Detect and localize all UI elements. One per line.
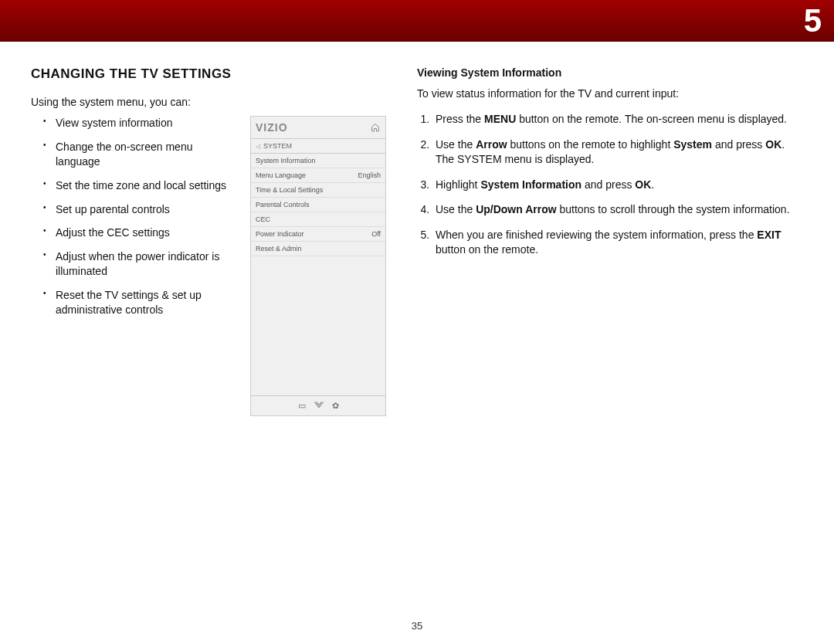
breadcrumb-label: SYSTEM [263, 142, 292, 150]
list-item: View system information [45, 116, 236, 130]
right-column: Viewing System Information To view statu… [417, 66, 803, 416]
step-item: When you are finished reviewing the syst… [432, 228, 803, 257]
subsection-heading: Viewing System Information [417, 66, 803, 79]
left-column: CHANGING THE TV SETTINGS Using the syste… [31, 66, 386, 416]
tv-osd-menu: VIZIO ◁ SYSTEM System Information Menu L… [250, 116, 386, 416]
page-content: CHANGING THE TV SETTINGS Using the syste… [0, 42, 834, 432]
capabilities-list: View system information Change the on-sc… [31, 116, 236, 327]
tv-menu-fill [251, 256, 385, 395]
list-item: Change the on-screen menu language [45, 140, 236, 169]
tv-menu-row: Reset & Admin [251, 242, 385, 256]
list-item: Set up parental controls [45, 202, 236, 217]
tv-menu-header: VIZIO [251, 117, 385, 139]
tv-menu-row: Parental Controls [251, 198, 385, 212]
section-heading: CHANGING THE TV SETTINGS [31, 66, 386, 82]
intro-text: Using the system menu, you can: [31, 96, 386, 108]
chapter-number: 5 [804, 2, 822, 39]
step-item: Use the Up/Down Arrow buttons to scroll … [432, 202, 803, 217]
home-icon [370, 122, 381, 133]
step-item: Highlight System Information and press O… [432, 178, 803, 192]
wide-icon: ▭ [298, 401, 306, 411]
subsection-intro: To view status information for the TV an… [417, 86, 803, 101]
page-number: 35 [412, 620, 422, 632]
chapter-banner: 5 [0, 0, 834, 42]
tv-breadcrumb: ◁ SYSTEM [251, 139, 385, 154]
gear-icon: ✿ [332, 401, 339, 411]
tv-menu-row: Power IndicatorOff [251, 227, 385, 242]
vizio-logo: VIZIO [256, 121, 288, 134]
v-icon [314, 401, 324, 411]
back-icon: ◁ [256, 143, 260, 150]
tv-menu-row: System Information [251, 154, 385, 168]
list-item: Adjust when the power indicator is illum… [45, 249, 236, 279]
tv-menu-row: CEC [251, 212, 385, 227]
list-item: Set the time zone and local settings [45, 178, 236, 193]
tv-menu-row: Menu LanguageEnglish [251, 168, 385, 183]
list-item: Reset the TV settings & set up administr… [45, 288, 236, 317]
list-item: Adjust the CEC settings [45, 225, 236, 240]
tv-menu-row: Time & Local Settings [251, 183, 385, 198]
step-item: Press the MENU button on the remote. The… [432, 112, 803, 127]
tv-menu-footer: ▭ ✿ [251, 395, 385, 415]
step-item: Use the Arrow buttons on the remote to h… [432, 137, 803, 167]
steps-list: Press the MENU button on the remote. The… [417, 112, 803, 257]
